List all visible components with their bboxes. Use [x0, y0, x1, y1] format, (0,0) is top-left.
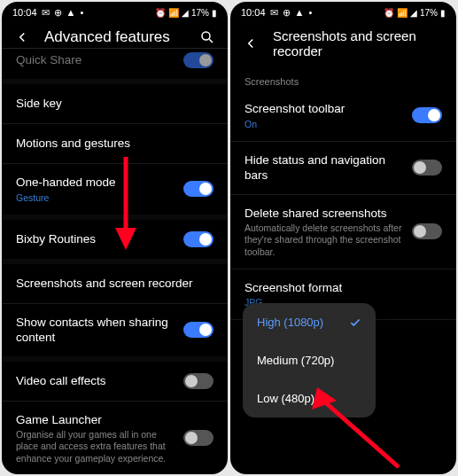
hide-status-label: Hide status and navigation bars — [245, 152, 412, 183]
battery-icon: ▮ — [440, 8, 446, 18]
battery-icon: ▮ — [212, 8, 217, 18]
signal-icon: ◢ — [410, 8, 417, 18]
toggle-contacts[interactable] — [183, 322, 213, 338]
one-handed-label: One-handed mode — [16, 175, 176, 191]
alarm-icon: ⏰ — [155, 8, 166, 18]
video-quality-dropdown: High (1080p) Medium (720p) Low (480p) — [243, 303, 376, 417]
dropdown-option-low[interactable]: Low (480p) — [243, 379, 376, 417]
toggle-game-launcher[interactable] — [183, 430, 213, 446]
toggle-bixby[interactable] — [183, 231, 213, 247]
toggle-one-handed[interactable] — [183, 181, 213, 197]
row-quick-share[interactable]: Quick Share — [2, 48, 228, 79]
battery-text: 17% — [191, 8, 209, 18]
quick-share-label: Quick Share — [16, 52, 176, 68]
status-time: 10:04 — [12, 7, 37, 18]
message-icon: ✉ — [270, 7, 278, 19]
toggle-toolbar[interactable] — [412, 107, 442, 123]
one-handed-sub: Gesture — [16, 192, 176, 204]
signal-icon: ◢ — [182, 8, 189, 18]
row-toolbar[interactable]: Screenshot toolbar On — [230, 90, 456, 141]
screenshots-label: Screenshots and screen recorder — [16, 276, 193, 292]
row-bixby[interactable]: Bixby Routines — [2, 220, 228, 259]
game-launcher-label: Game Launcher — [16, 412, 176, 428]
row-one-handed[interactable]: One-handed mode Gesture — [2, 164, 228, 215]
row-motions[interactable]: Motions and gestures — [2, 124, 228, 163]
game-launcher-sub: Organise all your games all in one place… — [16, 429, 176, 464]
wifi-icon: 📶 — [168, 8, 179, 18]
page-title: Screenshots and screen recorder — [273, 28, 444, 59]
bixby-label: Bixby Routines — [16, 231, 96, 247]
section-screenshots: Screenshots — [230, 67, 456, 90]
row-video-call[interactable]: Video call effects — [2, 362, 228, 401]
search-icon[interactable] — [199, 29, 215, 45]
android-icon: ▲ — [66, 7, 76, 18]
toggle-hide-status[interactable] — [412, 160, 442, 176]
battery-text: 17% — [420, 8, 438, 18]
more-icon: • — [308, 7, 312, 18]
toggle-video-call[interactable] — [183, 373, 213, 389]
page-title: Advanced features — [44, 28, 185, 46]
row-delete-shared[interactable]: Delete shared screenshots Automatically … — [230, 195, 456, 269]
message-icon: ✉ — [42, 7, 50, 19]
row-game-launcher[interactable]: Game Launcher Organise all your games al… — [2, 402, 228, 474]
check-icon — [349, 316, 361, 329]
option-medium-label: Medium (720p) — [257, 354, 334, 367]
more-icon: • — [80, 7, 83, 18]
header: Screenshots and screen recorder — [230, 21, 456, 67]
dropdown-option-high[interactable]: High (1080p) — [243, 303, 376, 341]
option-low-label: Low (480p) — [257, 392, 314, 405]
row-side-key[interactable]: Side key — [2, 84, 228, 123]
motions-label: Motions and gestures — [16, 136, 130, 152]
status-bar: 10:04 ✉ ⊕ ▲ • ⏰ 📶 ◢ 17% ▮ — [2, 2, 228, 21]
side-key-label: Side key — [16, 96, 62, 112]
status-time: 10:04 — [241, 7, 266, 18]
row-contacts[interactable]: Show contacts when sharing content — [2, 304, 228, 356]
dropdown-option-medium[interactable]: Medium (720p) — [243, 341, 376, 379]
android-icon: ▲ — [295, 7, 305, 18]
status-bar: 10:04 ✉ ⊕ ▲ • ⏰ 📶 ◢ 17% ▮ — [230, 2, 456, 21]
video-call-label: Video call effects — [16, 373, 106, 389]
alarm-icon: ⏰ — [384, 8, 394, 18]
delete-shared-sub: Automatically delete screenshots after t… — [245, 222, 405, 257]
toggle-quick-share[interactable] — [183, 52, 213, 68]
screen-screenshot-recorder: 10:04 ✉ ⊕ ▲ • ⏰ 📶 ◢ 17% ▮ Screenshots an… — [230, 2, 456, 474]
svg-point-0 — [202, 32, 210, 40]
row-screenshots[interactable]: Screenshots and screen recorder — [2, 264, 228, 303]
back-icon[interactable] — [14, 29, 30, 45]
app-icon: ⊕ — [54, 7, 62, 19]
back-icon[interactable] — [243, 35, 259, 51]
app-icon: ⊕ — [283, 7, 291, 19]
delete-shared-label: Delete shared screenshots — [245, 206, 405, 222]
toggle-delete-shared[interactable] — [412, 223, 442, 239]
format-label: Screenshot format — [245, 280, 435, 296]
toolbar-label: Screenshot toolbar — [245, 101, 405, 117]
screen-advanced-features: 10:04 ✉ ⊕ ▲ • ⏰ 📶 ◢ 17% ▮ Advanced featu… — [2, 2, 228, 474]
toolbar-sub: On — [245, 119, 405, 130]
wifi-icon: 📶 — [397, 8, 408, 18]
contacts-label: Show contacts when sharing content — [16, 315, 176, 346]
option-high-label: High (1080p) — [257, 316, 323, 329]
row-hide-status[interactable]: Hide status and navigation bars — [230, 142, 456, 194]
